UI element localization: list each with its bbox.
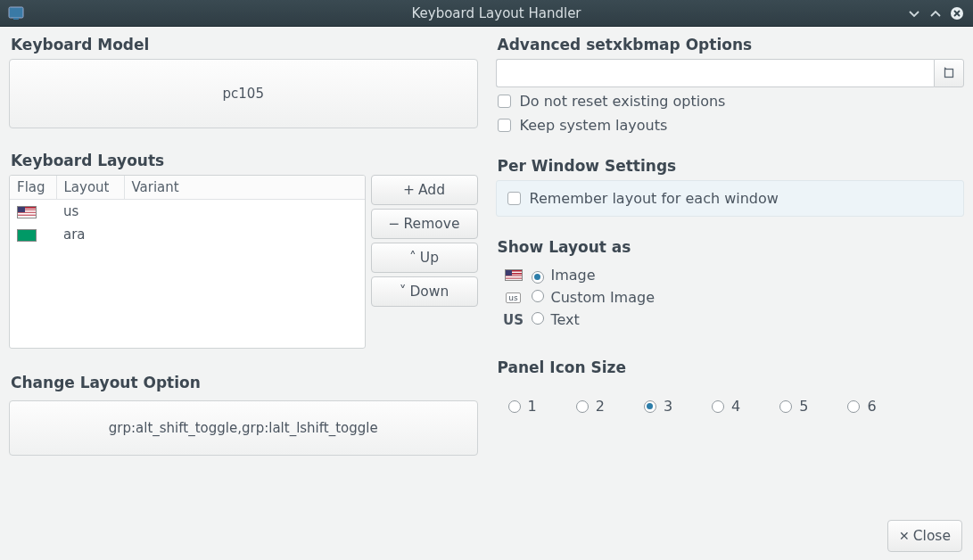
custom-image-icon: us bbox=[506, 292, 520, 303]
keep-system-checkbox[interactable]: Keep system layouts bbox=[498, 117, 963, 134]
close-button[interactable]: ✕Close bbox=[887, 520, 962, 552]
col-flag[interactable]: Flag bbox=[10, 176, 56, 200]
us-flag-icon bbox=[505, 269, 523, 281]
clear-input-button[interactable] bbox=[934, 59, 964, 87]
svg-rect-3 bbox=[945, 70, 953, 78]
down-button[interactable]: ˅Down bbox=[371, 276, 478, 307]
row-layout: ara bbox=[56, 223, 124, 246]
titlebar: Keyboard Layout Handler bbox=[0, 0, 973, 27]
radio-icon bbox=[532, 312, 544, 325]
radio-icon bbox=[508, 400, 521, 413]
radio-icon bbox=[644, 400, 656, 413]
text-indicator-icon: US bbox=[503, 312, 524, 328]
chevron-up-icon: ˄ bbox=[409, 250, 416, 266]
minus-icon: − bbox=[389, 216, 400, 232]
radio-icon bbox=[532, 290, 544, 302]
per-window-title: Per Window Settings bbox=[498, 157, 965, 175]
maximize-icon[interactable] bbox=[927, 4, 944, 22]
svg-rect-1 bbox=[13, 18, 19, 20]
radio-icon bbox=[532, 271, 544, 284]
panel-icon-size-group: 1 2 3 4 5 6 bbox=[508, 398, 958, 415]
panel-size-2-radio[interactable]: 2 bbox=[576, 398, 605, 415]
advanced-options-input[interactable] bbox=[496, 59, 935, 87]
close-window-icon[interactable] bbox=[948, 4, 966, 22]
remove-button[interactable]: −Remove bbox=[371, 209, 478, 239]
remember-layout-checkbox[interactable]: Remember layout for each window bbox=[507, 190, 953, 207]
change-layout-title: Change Layout Option bbox=[11, 374, 478, 391]
radio-icon bbox=[779, 400, 792, 413]
row-variant bbox=[124, 200, 365, 224]
clear-icon bbox=[943, 67, 955, 79]
us-flag-icon bbox=[17, 206, 37, 218]
table-row[interactable]: ara bbox=[10, 223, 365, 246]
keyboard-layouts-table[interactable]: Flag Layout Variant us ara bbox=[9, 175, 366, 349]
keyboard-model-value: pc105 bbox=[223, 86, 264, 102]
show-as-custom-radio[interactable]: Custom Image bbox=[532, 289, 965, 306]
panel-size-1-radio[interactable]: 1 bbox=[508, 398, 537, 415]
checkbox-icon bbox=[498, 119, 511, 132]
radio-icon bbox=[712, 400, 724, 413]
close-icon: ✕ bbox=[899, 529, 910, 543]
advanced-options-title: Advanced setxkbmap Options bbox=[498, 36, 965, 54]
radio-icon bbox=[847, 400, 860, 413]
checkbox-icon bbox=[498, 95, 511, 108]
show-as-text-radio[interactable]: Text bbox=[532, 311, 965, 328]
up-button[interactable]: ˄Up bbox=[371, 243, 478, 273]
show-as-image-radio[interactable]: Image bbox=[532, 267, 965, 284]
dialog-footer: ✕Close bbox=[0, 512, 973, 560]
table-row[interactable]: us bbox=[10, 200, 365, 224]
panel-size-4-radio[interactable]: 4 bbox=[712, 398, 740, 415]
col-layout[interactable]: Layout bbox=[56, 176, 124, 200]
chevron-down-icon: ˅ bbox=[400, 284, 407, 300]
col-variant[interactable]: Variant bbox=[124, 176, 365, 200]
checkbox-icon bbox=[507, 192, 521, 205]
row-variant bbox=[124, 223, 365, 246]
row-layout: us bbox=[56, 200, 124, 224]
keyboard-model-title: Keyboard Model bbox=[11, 36, 478, 54]
show-layout-title: Show Layout as bbox=[498, 238, 965, 256]
panel-size-6-radio[interactable]: 6 bbox=[847, 398, 876, 415]
change-layout-value: grp:alt_shift_toggle,grp:lalt_lshift_tog… bbox=[109, 420, 378, 436]
panel-size-5-radio[interactable]: 5 bbox=[779, 398, 808, 415]
shade-icon[interactable] bbox=[905, 4, 923, 22]
radio-icon bbox=[576, 400, 589, 413]
change-layout-button[interactable]: grp:alt_shift_toggle,grp:lalt_lshift_tog… bbox=[9, 400, 478, 456]
app-icon bbox=[7, 4, 25, 22]
window-title: Keyboard Layout Handler bbox=[89, 5, 903, 21]
keyboard-model-button[interactable]: pc105 bbox=[9, 59, 478, 128]
svg-rect-0 bbox=[9, 7, 23, 18]
ara-flag-icon bbox=[17, 229, 37, 242]
panel-size-3-radio[interactable]: 3 bbox=[644, 398, 672, 415]
panel-icon-size-title: Panel Icon Size bbox=[498, 358, 965, 376]
add-button[interactable]: +Add bbox=[371, 175, 478, 205]
keyboard-layouts-title: Keyboard Layouts bbox=[11, 152, 478, 169]
plus-icon: + bbox=[403, 182, 415, 198]
no-reset-checkbox[interactable]: Do not reset existing options bbox=[498, 93, 963, 110]
